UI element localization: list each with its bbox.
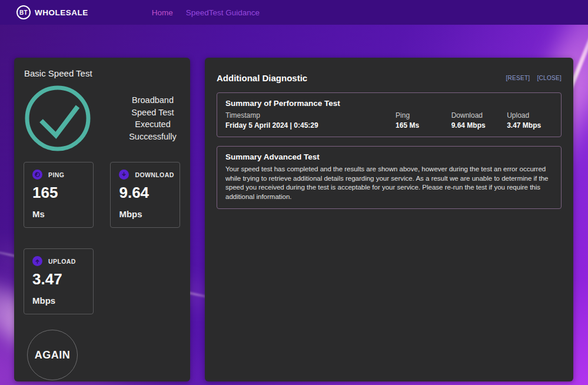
ping-label: PING: [48, 171, 64, 178]
ping-unit: Ms: [32, 209, 85, 219]
diagnostic-header: Additional Diagnostic [RESET] [CLOSE]: [217, 73, 562, 83]
additional-diagnostic-panel: Additional Diagnostic [RESET] [CLOSE] Su…: [205, 58, 573, 381]
header-bar: BT WHOLESALE Home SpeedTest Guidance: [0, 0, 588, 25]
basic-speed-test-panel: Basic Speed Test Broadband Speed Test Ex…: [14, 58, 190, 381]
upload-label: UPLOAD: [48, 258, 76, 265]
basic-test-title: Basic Speed Test: [24, 68, 181, 78]
ping-column-value: 165 Ms: [396, 121, 451, 130]
nav-link-speedtest-guidance[interactable]: SpeedTest Guidance: [186, 8, 260, 17]
upload-stat-box: UPLOAD 3.47 Mbps: [24, 248, 94, 314]
upload-value: 3.47: [32, 270, 85, 288]
upload-icon: [32, 256, 42, 266]
bt-wholesale-logo: BT WHOLESALE: [16, 5, 88, 19]
bt-logo-text: BT: [19, 9, 28, 16]
performance-columns: Timestamp Friday 5 April 2024 | 0:45:29 …: [225, 111, 553, 130]
again-button[interactable]: AGAIN: [27, 330, 78, 380]
nav-link-home[interactable]: Home: [152, 8, 173, 17]
download-value: 9.64: [119, 184, 171, 202]
download-column-value: 9.64 Mbps: [451, 121, 507, 130]
test-result-row: Broadband Speed Test Executed Successful…: [24, 84, 181, 152]
upload-column-label: Upload: [507, 111, 553, 120]
timestamp-label: Timestamp: [225, 111, 396, 120]
timestamp-value: Friday 5 April 2024 | 0:45:29: [225, 121, 396, 130]
download-unit: Mbps: [119, 209, 171, 219]
advanced-summary-title: Summary Advanced Test: [225, 152, 553, 161]
advanced-summary-box: Summary Advanced Test Your speed test ha…: [217, 146, 562, 209]
diagnostic-title: Additional Diagnostic: [217, 73, 307, 83]
close-link[interactable]: [CLOSE]: [537, 75, 562, 81]
ping-column-label: Ping: [396, 111, 451, 120]
main-nav: Home SpeedTest Guidance: [152, 8, 260, 17]
status-message: Broadband Speed Test Executed Successful…: [125, 94, 181, 142]
performance-summary-box: Summary of Performance Test Timestamp Fr…: [217, 92, 562, 137]
upload-column-value: 3.47 Mbps: [507, 121, 553, 130]
download-stat-box: DOWNLOAD 9.64 Mbps: [110, 162, 180, 228]
success-check-icon: [24, 84, 92, 152]
ping-stat-box: PING 165 Ms: [24, 162, 94, 228]
stats-grid: PING 165 Ms DOWNLOAD 9.64 Mbps: [24, 162, 181, 314]
upload-unit: Mbps: [32, 296, 85, 306]
download-column-label: Download: [451, 111, 507, 120]
download-icon: [119, 170, 129, 180]
gauge-icon: [32, 170, 42, 180]
performance-summary-title: Summary of Performance Test: [225, 99, 553, 108]
bt-logo-icon: BT: [16, 5, 31, 19]
reset-link[interactable]: [RESET]: [506, 75, 530, 81]
ping-value: 165: [32, 184, 85, 202]
download-label: DOWNLOAD: [135, 171, 174, 178]
logo-wholesale-text: WHOLESALE: [35, 8, 88, 17]
advanced-summary-body: Your speed test has completed and the re…: [225, 165, 553, 201]
